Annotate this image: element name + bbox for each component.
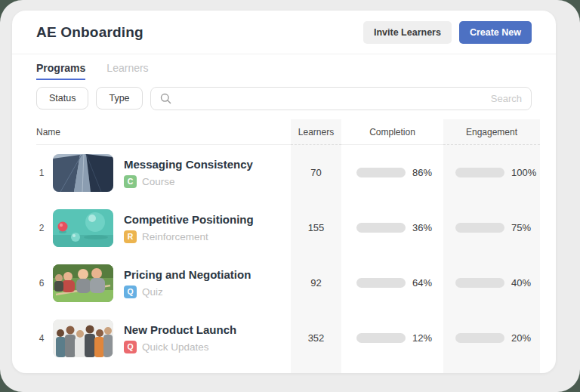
engagement-progress-bar [455, 223, 504, 233]
completion-progress-bar [356, 278, 406, 288]
completion-percent: 86% [412, 167, 432, 178]
completion-cell: 64% [341, 277, 443, 289]
completion-percent: 64% [412, 277, 432, 289]
skyscraper-photo [53, 154, 113, 192]
row-index: 6 [36, 278, 47, 289]
search-icon [160, 93, 171, 104]
tug-of-war-photo [53, 264, 113, 302]
program-type-label: Reinforcement [142, 231, 208, 242]
programs-table: Name Learners Completion Engagement 1 [12, 119, 556, 366]
group-people-photo [53, 319, 113, 357]
completion-percent: 12% [412, 332, 432, 344]
header-actions: Invite Learners Create New [363, 21, 532, 44]
program-info: Messaging Consistency C Course [124, 158, 253, 188]
program-name-cell: 4 New Product Launch [36, 310, 291, 366]
program-type-line: Q Quiz [124, 286, 251, 298]
completion-progress-bar [356, 333, 406, 343]
reinforcement-type-icon: R [124, 230, 137, 243]
engagement-cell: 75% [443, 222, 540, 233]
program-info: New Product Launch Q Quick Updates [124, 323, 236, 353]
engagement-percent: 40% [511, 277, 531, 289]
program-info: Competitive Positioning R Reinforcement [124, 213, 254, 243]
filter-bar: Status Type [12, 80, 556, 110]
completion-progress-bar [356, 223, 406, 233]
column-header-completion: Completion [341, 119, 443, 145]
program-title: Messaging Consistency [124, 158, 253, 171]
table-row[interactable]: 4 New Product Launch [12, 310, 556, 366]
program-type-label: Quick Updates [142, 341, 209, 353]
page-title: AE Onboarding [36, 24, 143, 41]
status-filter-button[interactable]: Status [36, 87, 88, 110]
quiz-type-icon: Q [124, 286, 137, 298]
engagement-cell: 40% [443, 277, 540, 289]
tab-learners[interactable]: Learners [106, 62, 148, 79]
table-row[interactable]: 2 [12, 200, 556, 255]
column-header-engagement: Engagement [443, 119, 540, 145]
row-index: 4 [36, 333, 47, 344]
teal-spheres-photo [53, 209, 113, 247]
engagement-cell: 100% [443, 167, 540, 178]
search-input[interactable] [171, 93, 522, 104]
program-type-line: Q Quick Updates [124, 341, 236, 353]
invite-learners-button[interactable]: Invite Learners [363, 21, 452, 44]
program-type-line: R Reinforcement [124, 230, 254, 243]
table-row[interactable]: 1 [12, 145, 556, 200]
type-filter-button[interactable]: Type [96, 87, 142, 110]
create-new-button[interactable]: Create New [459, 21, 532, 44]
program-title: New Product Launch [124, 323, 236, 336]
learners-count: 92 [291, 277, 341, 289]
card-header: AE Onboarding Invite Learners Create New [12, 11, 556, 54]
completion-cell: 36% [341, 222, 443, 233]
quick-updates-type-icon: Q [124, 341, 137, 353]
program-title: Pricing and Negotiation [124, 268, 251, 281]
program-title: Competitive Positioning [124, 213, 254, 226]
learners-count: 352 [291, 332, 341, 344]
engagement-cell: 20% [443, 332, 540, 344]
program-type-label: Quiz [142, 286, 163, 298]
completion-percent: 36% [412, 222, 432, 233]
course-type-icon: C [124, 175, 137, 188]
onboarding-card: AE Onboarding Invite Learners Create New… [12, 11, 556, 373]
completion-cell: 12% [341, 332, 443, 344]
learners-count: 155 [291, 222, 341, 233]
table-header-row: Name Learners Completion Engagement [12, 119, 556, 145]
app-stage: AE Onboarding Invite Learners Create New… [0, 0, 580, 392]
engagement-progress-bar [455, 278, 504, 288]
column-header-learners: Learners [291, 119, 341, 145]
program-type-line: C Course [124, 175, 253, 188]
program-name-cell: 2 [36, 200, 291, 255]
tab-bar: Programs Learners [12, 54, 556, 80]
program-info: Pricing and Negotiation Q Quiz [124, 268, 251, 298]
engagement-progress-bar [455, 168, 504, 177]
tab-programs[interactable]: Programs [36, 62, 85, 80]
program-type-label: Course [142, 176, 175, 187]
search-box[interactable] [150, 87, 532, 110]
row-index: 2 [36, 223, 47, 233]
engagement-progress-bar [455, 333, 504, 343]
completion-progress-bar [356, 168, 406, 177]
program-name-cell: 6 [36, 255, 291, 310]
learners-count: 70 [291, 167, 341, 178]
program-name-cell: 1 [36, 145, 291, 200]
row-index: 1 [36, 168, 47, 178]
engagement-percent: 100% [511, 167, 536, 178]
completion-cell: 86% [341, 167, 443, 178]
table-row[interactable]: 6 [12, 255, 556, 310]
column-header-name: Name [36, 119, 291, 145]
engagement-percent: 20% [511, 332, 531, 344]
engagement-percent: 75% [511, 222, 531, 233]
